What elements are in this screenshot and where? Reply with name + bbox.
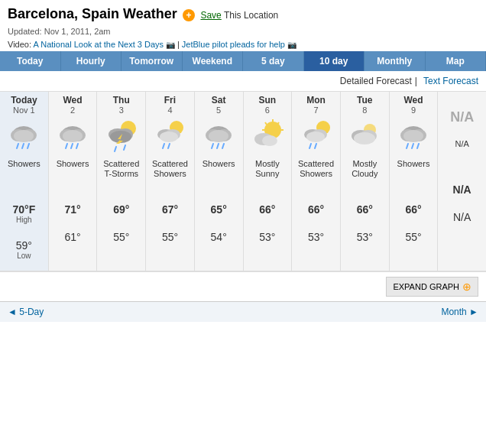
svg-point-56	[403, 130, 423, 142]
temp-low: 55°	[99, 231, 144, 243]
day-column-Wed: Wed 2 Showers 71° 61°	[49, 92, 98, 271]
nav-tab-tomorrow[interactable]: Tomorrow	[122, 51, 183, 71]
day-condition: N/A	[439, 139, 484, 167]
day-column-Tue: Tue 8 Mostly Cloudy 66° 53°	[341, 92, 390, 271]
day-date: 3	[99, 106, 144, 115]
nav-tab-weekend[interactable]: Weekend	[183, 51, 244, 71]
svg-point-30	[209, 130, 228, 142]
day-name: Fri	[147, 95, 193, 106]
video-link2[interactable]: JetBlue pilot pleads for help	[182, 40, 285, 49]
day-condition: Scattered Showers	[147, 159, 193, 187]
video-bar: Video: A National Look at the Next 3 Day…	[0, 37, 486, 51]
nav-tabs: TodayHourlyTomorrowWeekend5 day10 dayMon…	[0, 51, 486, 71]
day-column-Fri: Fri 4 Scattered Showers 67° 55°	[146, 92, 195, 271]
day-column-Sat: Sat 5 Showers 65° 54°	[195, 92, 244, 271]
weather-icon-tstorm	[102, 118, 141, 156]
text-forecast-link[interactable]: Text Forecast	[423, 76, 478, 86]
svg-line-32	[217, 144, 219, 148]
day-column-Today: Today Nov 1 Showers 70°F High 59° Low	[0, 92, 49, 271]
day-name: Today	[2, 95, 47, 106]
svg-point-42	[262, 135, 277, 146]
expand-graph-button[interactable]: EXPAND GRAPH ⊕	[386, 277, 478, 297]
svg-point-46	[306, 131, 325, 142]
temp-low: N/A	[439, 211, 484, 223]
day-name: Mon	[293, 95, 339, 106]
day-date: Nov 1	[2, 106, 47, 115]
day-condition: Scattered T-Storms	[99, 159, 144, 187]
temp-low: 55°	[391, 231, 436, 243]
day-condition: Mostly Cloudy	[342, 159, 387, 187]
day-name: Wed	[391, 95, 436, 106]
forecast-controls: Detailed Forecast | Text Forecast	[0, 71, 486, 92]
day-column-Wed: Wed 9 Showers 66° 55°	[390, 92, 439, 271]
temp-high: 70°F	[2, 203, 47, 216]
video-label: Video:	[8, 40, 31, 49]
temp-low-label: Low	[2, 252, 47, 260]
day-date: 5	[196, 106, 241, 115]
svg-point-24	[160, 131, 178, 142]
weather-icon-showers	[394, 118, 433, 156]
day-date: 4	[147, 106, 193, 115]
day-date: 7	[293, 106, 339, 115]
nav-tab-today[interactable]: Today	[0, 51, 61, 71]
add-location-icon[interactable]: +	[183, 9, 195, 21]
temp-low: 53°	[245, 231, 290, 243]
svg-line-4	[17, 144, 18, 148]
detailed-forecast-label: Detailed Forecast	[340, 76, 412, 86]
weather-icon-scattered-showers	[151, 118, 189, 156]
nav-tab-monthly[interactable]: Monthly	[364, 51, 426, 71]
video-link1[interactable]: A National Look at the Next 3 Days	[33, 40, 164, 49]
day-condition: Mostly Sunny	[245, 159, 290, 187]
svg-line-20	[124, 145, 125, 150]
video-separator: |	[177, 40, 180, 49]
day-column-Sun: Sun 6 Mostly Sunny 66° 53°	[244, 92, 293, 271]
temp-high: 66°	[245, 203, 290, 216]
temp-high: 71°	[50, 203, 96, 216]
day-date: 9	[391, 106, 436, 115]
svg-line-57	[407, 144, 408, 148]
day-name: Thu	[99, 95, 144, 106]
nav-tab-map[interactable]: Map	[426, 51, 487, 71]
svg-line-58	[412, 144, 413, 148]
svg-line-33	[222, 144, 224, 148]
save-link[interactable]: Save	[200, 10, 221, 21]
weather-icon-showers	[199, 118, 238, 156]
temp-low: 54°	[196, 231, 241, 243]
weather-icon-mostly-sunny	[248, 118, 287, 156]
svg-line-47	[309, 144, 311, 148]
day-column-na: N/A N/A N/A N/A	[438, 92, 486, 271]
nav-tab-10-day[interactable]: 10 day	[304, 51, 365, 71]
expand-graph-label: EXPAND GRAPH	[393, 282, 459, 291]
temp-low: 53°	[293, 231, 339, 243]
svg-line-6	[28, 144, 29, 148]
day-name: Sun	[245, 95, 290, 106]
five-day-nav[interactable]: 5-Day	[8, 307, 44, 317]
svg-line-12	[71, 144, 73, 148]
weather-icon-mostly-cloudy	[345, 118, 384, 156]
temp-low: 61°	[50, 231, 96, 243]
svg-line-13	[76, 144, 78, 148]
temp-high: N/A	[439, 183, 484, 196]
svg-line-11	[66, 144, 67, 148]
temp-low: 55°	[147, 231, 193, 243]
temp-high-label: High	[2, 216, 47, 224]
forecast-divider: |	[415, 76, 417, 86]
svg-line-48	[315, 144, 316, 148]
day-name: Tue	[342, 95, 387, 106]
temp-high: 66°	[391, 203, 436, 216]
svg-point-52	[354, 132, 375, 144]
forecast-grid: Today Nov 1 Showers 70°F High 59° Low We…	[0, 92, 486, 271]
weather-icon-showers	[5, 118, 43, 156]
month-nav[interactable]: Month	[441, 307, 478, 317]
day-condition: Scattered Showers	[293, 159, 339, 187]
camera-icon2: 📷	[287, 41, 296, 49]
camera-icon1: 📷	[166, 41, 177, 49]
page-title: Barcelona, Spain Weather	[8, 6, 177, 21]
day-date: 6	[245, 106, 290, 115]
day-column-Thu: Thu 3 Scattered T-Storms 69° 55°	[97, 92, 146, 271]
day-condition: Showers	[2, 159, 47, 187]
nav-tab-5-day[interactable]: 5 day	[243, 51, 304, 71]
nav-tab-hourly[interactable]: Hourly	[61, 51, 122, 71]
weather-icon-showers	[53, 118, 92, 156]
svg-point-3	[14, 130, 34, 142]
